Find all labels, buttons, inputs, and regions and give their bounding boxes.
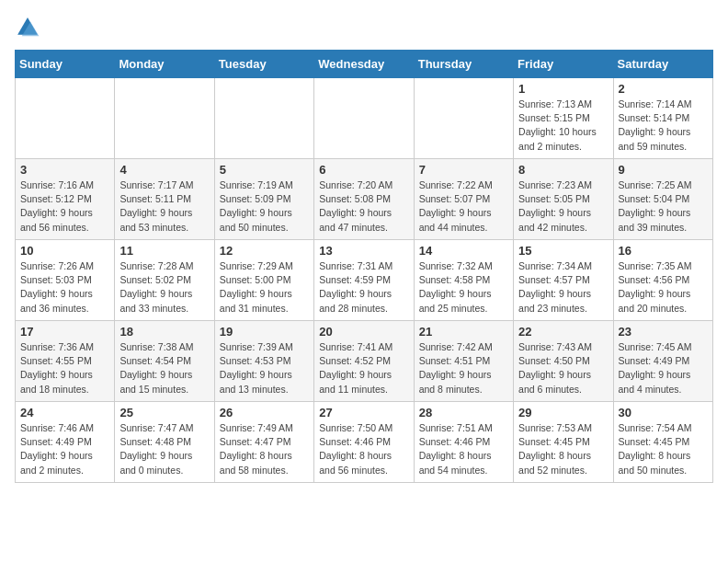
- calendar-cell: 30Sunrise: 7:54 AM Sunset: 4:45 PM Dayli…: [613, 402, 712, 483]
- day-number: 4: [119, 163, 209, 177]
- calendar-cell: [16, 78, 115, 159]
- day-detail: Sunrise: 7:17 AM Sunset: 5:11 PM Dayligh…: [119, 178, 209, 235]
- day-detail: Sunrise: 7:16 AM Sunset: 5:12 PM Dayligh…: [20, 178, 109, 235]
- day-detail: Sunrise: 7:51 AM Sunset: 4:46 PM Dayligh…: [419, 421, 508, 477]
- calendar-cell: 10Sunrise: 7:26 AM Sunset: 5:03 PM Dayli…: [16, 240, 115, 321]
- day-detail: Sunrise: 7:20 AM Sunset: 5:08 PM Dayligh…: [319, 178, 408, 235]
- day-number: 22: [518, 325, 608, 339]
- day-number: 16: [619, 244, 708, 258]
- day-number: 13: [319, 244, 408, 258]
- day-detail: Sunrise: 7:29 AM Sunset: 5:00 PM Dayligh…: [220, 259, 309, 316]
- day-number: 26: [220, 406, 309, 419]
- day-number: 23: [619, 325, 708, 339]
- calendar-cell: 6Sunrise: 7:20 AM Sunset: 5:08 PM Daylig…: [314, 159, 414, 240]
- day-detail: Sunrise: 7:49 AM Sunset: 4:47 PM Dayligh…: [220, 421, 309, 477]
- day-number: 21: [419, 325, 508, 339]
- calendar-cell: 11Sunrise: 7:28 AM Sunset: 5:02 PM Dayli…: [115, 240, 214, 321]
- calendar-body: 1Sunrise: 7:13 AM Sunset: 5:15 PM Daylig…: [16, 78, 713, 483]
- day-number: 8: [518, 163, 608, 177]
- day-detail: Sunrise: 7:53 AM Sunset: 4:45 PM Dayligh…: [518, 421, 608, 477]
- day-number: 19: [220, 325, 309, 339]
- day-number: 11: [119, 244, 209, 258]
- calendar-cell: [115, 78, 214, 159]
- day-number: 18: [119, 325, 209, 339]
- calendar-cell: 13Sunrise: 7:31 AM Sunset: 4:59 PM Dayli…: [314, 240, 414, 321]
- day-number: 3: [20, 163, 109, 177]
- logo-icon: [15, 15, 40, 40]
- calendar-cell: 19Sunrise: 7:39 AM Sunset: 4:53 PM Dayli…: [214, 321, 313, 402]
- day-number: 14: [419, 244, 508, 258]
- day-detail: Sunrise: 7:35 AM Sunset: 4:56 PM Dayligh…: [619, 259, 708, 316]
- day-detail: Sunrise: 7:36 AM Sunset: 4:55 PM Dayligh…: [20, 340, 109, 396]
- day-number: 25: [119, 406, 209, 419]
- calendar-cell: 29Sunrise: 7:53 AM Sunset: 4:45 PM Dayli…: [514, 402, 613, 483]
- day-number: 2: [619, 82, 708, 96]
- day-detail: Sunrise: 7:42 AM Sunset: 4:51 PM Dayligh…: [419, 340, 508, 396]
- calendar-cell: [414, 78, 513, 159]
- calendar-cell: 26Sunrise: 7:49 AM Sunset: 4:47 PM Dayli…: [214, 402, 313, 483]
- day-detail: Sunrise: 7:34 AM Sunset: 4:57 PM Dayligh…: [518, 259, 608, 316]
- day-detail: Sunrise: 7:46 AM Sunset: 4:49 PM Dayligh…: [20, 421, 109, 477]
- calendar-cell: 16Sunrise: 7:35 AM Sunset: 4:56 PM Dayli…: [613, 240, 712, 321]
- day-detail: Sunrise: 7:47 AM Sunset: 4:48 PM Dayligh…: [119, 421, 209, 477]
- day-of-week-header: Tuesday: [214, 51, 313, 78]
- day-detail: Sunrise: 7:19 AM Sunset: 5:09 PM Dayligh…: [220, 178, 309, 235]
- day-number: 1: [518, 82, 608, 96]
- day-number: 27: [319, 406, 408, 419]
- calendar-cell: [314, 78, 414, 159]
- calendar-cell: 21Sunrise: 7:42 AM Sunset: 4:51 PM Dayli…: [414, 321, 513, 402]
- calendar-week-row: 17Sunrise: 7:36 AM Sunset: 4:55 PM Dayli…: [16, 321, 713, 402]
- day-number: 5: [220, 163, 309, 177]
- day-detail: Sunrise: 7:14 AM Sunset: 5:14 PM Dayligh…: [619, 98, 708, 154]
- calendar-cell: 15Sunrise: 7:34 AM Sunset: 4:57 PM Dayli…: [514, 240, 613, 321]
- calendar-cell: 18Sunrise: 7:38 AM Sunset: 4:54 PM Dayli…: [115, 321, 214, 402]
- calendar-cell: 14Sunrise: 7:32 AM Sunset: 4:58 PM Dayli…: [414, 240, 513, 321]
- day-detail: Sunrise: 7:41 AM Sunset: 4:52 PM Dayligh…: [319, 340, 408, 396]
- day-detail: Sunrise: 7:54 AM Sunset: 4:45 PM Dayligh…: [619, 421, 708, 477]
- day-detail: Sunrise: 7:26 AM Sunset: 5:03 PM Dayligh…: [20, 259, 109, 316]
- day-number: 30: [619, 406, 708, 419]
- day-detail: Sunrise: 7:38 AM Sunset: 4:54 PM Dayligh…: [119, 340, 209, 396]
- day-detail: Sunrise: 7:43 AM Sunset: 4:50 PM Dayligh…: [518, 340, 608, 396]
- logo: [15, 15, 44, 40]
- day-number: 15: [518, 244, 608, 258]
- day-of-week-header: Wednesday: [314, 51, 414, 78]
- day-number: 10: [20, 244, 109, 258]
- day-of-week-header: Saturday: [613, 51, 712, 78]
- day-detail: Sunrise: 7:39 AM Sunset: 4:53 PM Dayligh…: [220, 340, 309, 396]
- day-detail: Sunrise: 7:31 AM Sunset: 4:59 PM Dayligh…: [319, 259, 408, 316]
- day-number: 29: [518, 406, 608, 419]
- calendar-cell: 23Sunrise: 7:45 AM Sunset: 4:49 PM Dayli…: [613, 321, 712, 402]
- calendar-cell: 24Sunrise: 7:46 AM Sunset: 4:49 PM Dayli…: [16, 402, 115, 483]
- day-number: 6: [319, 163, 408, 177]
- day-number: 20: [319, 325, 408, 339]
- calendar-week-row: 10Sunrise: 7:26 AM Sunset: 5:03 PM Dayli…: [16, 240, 713, 321]
- calendar-week-row: 3Sunrise: 7:16 AM Sunset: 5:12 PM Daylig…: [16, 159, 713, 240]
- calendar-cell: 8Sunrise: 7:23 AM Sunset: 5:05 PM Daylig…: [514, 159, 613, 240]
- calendar-cell: 25Sunrise: 7:47 AM Sunset: 4:48 PM Dayli…: [115, 402, 214, 483]
- day-of-week-header: Friday: [514, 51, 613, 78]
- header-row: SundayMondayTuesdayWednesdayThursdayFrid…: [16, 51, 713, 78]
- header-area: [15, 15, 713, 40]
- day-number: 9: [619, 163, 708, 177]
- calendar-week-row: 1Sunrise: 7:13 AM Sunset: 5:15 PM Daylig…: [16, 78, 713, 159]
- day-detail: Sunrise: 7:22 AM Sunset: 5:07 PM Dayligh…: [419, 178, 508, 235]
- calendar-cell: 17Sunrise: 7:36 AM Sunset: 4:55 PM Dayli…: [16, 321, 115, 402]
- calendar-cell: [214, 78, 313, 159]
- calendar-cell: 22Sunrise: 7:43 AM Sunset: 4:50 PM Dayli…: [514, 321, 613, 402]
- calendar-cell: 5Sunrise: 7:19 AM Sunset: 5:09 PM Daylig…: [214, 159, 313, 240]
- calendar-cell: 1Sunrise: 7:13 AM Sunset: 5:15 PM Daylig…: [514, 78, 613, 159]
- day-detail: Sunrise: 7:13 AM Sunset: 5:15 PM Dayligh…: [518, 98, 608, 154]
- calendar-cell: 28Sunrise: 7:51 AM Sunset: 4:46 PM Dayli…: [414, 402, 513, 483]
- day-detail: Sunrise: 7:23 AM Sunset: 5:05 PM Dayligh…: [518, 178, 608, 235]
- calendar-cell: 2Sunrise: 7:14 AM Sunset: 5:14 PM Daylig…: [613, 78, 712, 159]
- calendar-cell: 9Sunrise: 7:25 AM Sunset: 5:04 PM Daylig…: [613, 159, 712, 240]
- day-detail: Sunrise: 7:25 AM Sunset: 5:04 PM Dayligh…: [619, 178, 708, 235]
- calendar-cell: 12Sunrise: 7:29 AM Sunset: 5:00 PM Dayli…: [214, 240, 313, 321]
- calendar-cell: 20Sunrise: 7:41 AM Sunset: 4:52 PM Dayli…: [314, 321, 414, 402]
- day-number: 7: [419, 163, 508, 177]
- day-number: 17: [20, 325, 109, 339]
- day-detail: Sunrise: 7:50 AM Sunset: 4:46 PM Dayligh…: [319, 421, 408, 477]
- day-number: 24: [20, 406, 109, 419]
- day-number: 28: [419, 406, 508, 419]
